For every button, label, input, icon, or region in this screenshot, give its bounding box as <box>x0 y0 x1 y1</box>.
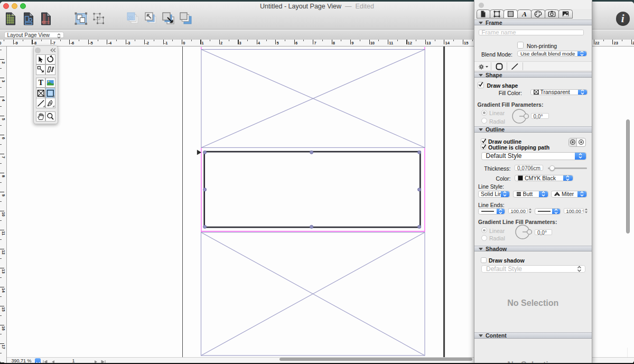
svg-text:A: A <box>521 10 527 18</box>
svg-text:T: T <box>38 78 43 87</box>
